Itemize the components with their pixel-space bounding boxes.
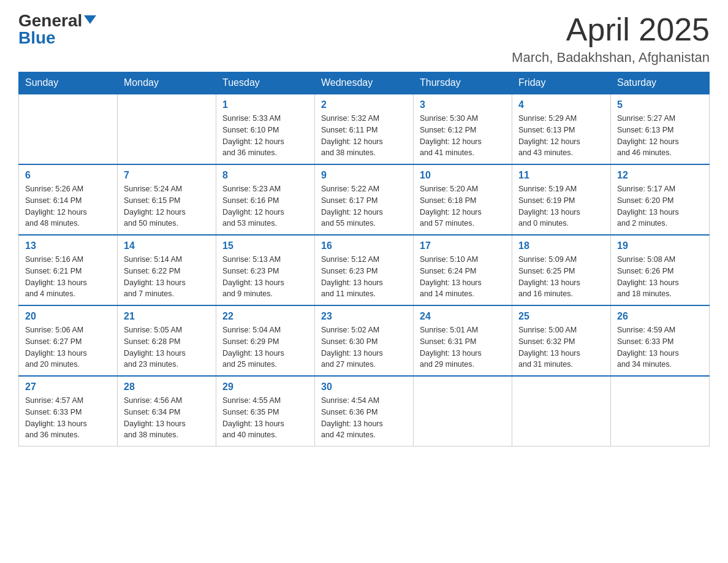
day-info: Sunrise: 5:22 AMSunset: 6:17 PMDaylight:… [321,183,407,229]
calendar-cell: 25Sunrise: 5:00 AMSunset: 6:32 PMDayligh… [512,305,611,376]
day-info: Sunrise: 5:27 AMSunset: 6:13 PMDaylight:… [617,113,703,159]
col-header-sunday: Sunday [19,72,118,94]
col-header-saturday: Saturday [611,72,710,94]
day-number: 22 [222,311,308,322]
calendar-cell: 2Sunrise: 5:32 AMSunset: 6:11 PMDaylight… [315,94,414,164]
day-info: Sunrise: 5:20 AMSunset: 6:18 PMDaylight:… [420,183,506,229]
day-info: Sunrise: 5:33 AMSunset: 6:10 PMDaylight:… [222,113,308,159]
calendar-cell: 3Sunrise: 5:30 AMSunset: 6:12 PMDaylight… [414,94,512,164]
week-row-2: 6Sunrise: 5:26 AMSunset: 6:14 PMDaylight… [19,164,710,235]
calendar-cell: 14Sunrise: 5:14 AMSunset: 6:22 PMDayligh… [118,235,216,305]
day-number: 10 [420,170,506,181]
day-info: Sunrise: 4:59 AMSunset: 6:33 PMDaylight:… [617,324,703,370]
day-number: 12 [617,170,703,181]
day-number: 11 [518,170,604,181]
logo-general-text: General [18,12,82,29]
day-number: 21 [124,311,210,322]
day-number: 25 [518,311,604,322]
title-block: April 2025 March, Badakhshan, Afghanista… [512,12,710,66]
day-info: Sunrise: 5:12 AMSunset: 6:23 PMDaylight:… [321,254,407,300]
day-number: 15 [222,240,308,251]
week-row-4: 20Sunrise: 5:06 AMSunset: 6:27 PMDayligh… [19,305,710,376]
day-number: 28 [124,381,210,393]
day-number: 4 [518,99,604,110]
calendar-cell: 5Sunrise: 5:27 AMSunset: 6:13 PMDaylight… [611,94,710,164]
day-number: 24 [420,311,506,322]
day-info: Sunrise: 5:04 AMSunset: 6:29 PMDaylight:… [222,324,308,370]
week-row-3: 13Sunrise: 5:16 AMSunset: 6:21 PMDayligh… [19,235,710,305]
day-info: Sunrise: 5:13 AMSunset: 6:23 PMDaylight:… [222,254,308,300]
calendar-cell: 27Sunrise: 4:57 AMSunset: 6:33 PMDayligh… [19,376,118,446]
location-title: March, Badakhshan, Afghanistan [512,50,710,66]
logo-triangle-icon [84,15,96,24]
day-info: Sunrise: 5:23 AMSunset: 6:16 PMDaylight:… [222,183,308,229]
calendar-cell: 30Sunrise: 4:54 AMSunset: 6:36 PMDayligh… [315,376,414,446]
day-info: Sunrise: 5:17 AMSunset: 6:20 PMDaylight:… [617,183,703,229]
day-number: 14 [124,240,210,251]
day-number: 30 [321,381,407,393]
col-header-monday: Monday [118,72,216,94]
day-number: 17 [420,240,506,251]
calendar-cell: 17Sunrise: 5:10 AMSunset: 6:24 PMDayligh… [414,235,512,305]
calendar-cell [118,94,216,164]
calendar-cell: 8Sunrise: 5:23 AMSunset: 6:16 PMDaylight… [216,164,315,235]
day-info: Sunrise: 5:09 AMSunset: 6:25 PMDaylight:… [518,254,604,300]
calendar-cell: 21Sunrise: 5:05 AMSunset: 6:28 PMDayligh… [118,305,216,376]
calendar-cell [611,376,710,446]
day-info: Sunrise: 5:00 AMSunset: 6:32 PMDaylight:… [518,324,604,370]
calendar-cell [512,376,611,446]
day-number: 20 [25,311,111,322]
calendar-cell: 28Sunrise: 4:56 AMSunset: 6:34 PMDayligh… [118,376,216,446]
calendar-cell: 19Sunrise: 5:08 AMSunset: 6:26 PMDayligh… [611,235,710,305]
day-info: Sunrise: 5:32 AMSunset: 6:11 PMDaylight:… [321,113,407,159]
day-info: Sunrise: 5:02 AMSunset: 6:30 PMDaylight:… [321,324,407,370]
day-number: 18 [518,240,604,251]
day-number: 26 [617,311,703,322]
day-info: Sunrise: 5:16 AMSunset: 6:21 PMDaylight:… [25,254,111,300]
calendar-cell: 4Sunrise: 5:29 AMSunset: 6:13 PMDaylight… [512,94,611,164]
day-number: 27 [25,381,111,393]
calendar-table: SundayMondayTuesdayWednesdayThursdayFrid… [18,72,710,446]
calendar-cell: 1Sunrise: 5:33 AMSunset: 6:10 PMDaylight… [216,94,315,164]
calendar-cell: 23Sunrise: 5:02 AMSunset: 6:30 PMDayligh… [315,305,414,376]
day-number: 1 [222,99,308,110]
day-info: Sunrise: 5:08 AMSunset: 6:26 PMDaylight:… [617,254,703,300]
day-info: Sunrise: 5:05 AMSunset: 6:28 PMDaylight:… [124,324,210,370]
day-info: Sunrise: 5:14 AMSunset: 6:22 PMDaylight:… [124,254,210,300]
day-info: Sunrise: 5:06 AMSunset: 6:27 PMDaylight:… [25,324,111,370]
col-header-thursday: Thursday [414,72,512,94]
col-header-friday: Friday [512,72,611,94]
calendar-cell: 7Sunrise: 5:24 AMSunset: 6:15 PMDaylight… [118,164,216,235]
day-number: 13 [25,240,111,251]
logo: General Blue [18,12,96,47]
calendar-cell: 18Sunrise: 5:09 AMSunset: 6:25 PMDayligh… [512,235,611,305]
calendar-cell: 6Sunrise: 5:26 AMSunset: 6:14 PMDaylight… [19,164,118,235]
calendar-cell: 13Sunrise: 5:16 AMSunset: 6:21 PMDayligh… [19,235,118,305]
calendar-cell: 29Sunrise: 4:55 AMSunset: 6:35 PMDayligh… [216,376,315,446]
calendar-cell: 26Sunrise: 4:59 AMSunset: 6:33 PMDayligh… [611,305,710,376]
logo-blue-text: Blue [18,29,56,47]
day-number: 2 [321,99,407,110]
day-info: Sunrise: 5:30 AMSunset: 6:12 PMDaylight:… [420,113,506,159]
calendar-cell: 20Sunrise: 5:06 AMSunset: 6:27 PMDayligh… [19,305,118,376]
day-number: 8 [222,170,308,181]
month-title: April 2025 [512,12,710,47]
page-header: General Blue April 2025 March, Badakhsha… [18,12,710,66]
day-info: Sunrise: 5:01 AMSunset: 6:31 PMDaylight:… [420,324,506,370]
day-number: 9 [321,170,407,181]
col-header-wednesday: Wednesday [315,72,414,94]
day-number: 16 [321,240,407,251]
day-number: 19 [617,240,703,251]
calendar-cell: 10Sunrise: 5:20 AMSunset: 6:18 PMDayligh… [414,164,512,235]
calendar-cell: 12Sunrise: 5:17 AMSunset: 6:20 PMDayligh… [611,164,710,235]
calendar-cell: 16Sunrise: 5:12 AMSunset: 6:23 PMDayligh… [315,235,414,305]
calendar-cell: 11Sunrise: 5:19 AMSunset: 6:19 PMDayligh… [512,164,611,235]
day-info: Sunrise: 4:57 AMSunset: 6:33 PMDaylight:… [25,395,111,441]
week-row-5: 27Sunrise: 4:57 AMSunset: 6:33 PMDayligh… [19,376,710,446]
day-number: 23 [321,311,407,322]
day-number: 3 [420,99,506,110]
day-info: Sunrise: 5:19 AMSunset: 6:19 PMDaylight:… [518,183,604,229]
day-number: 6 [25,170,111,181]
day-info: Sunrise: 4:55 AMSunset: 6:35 PMDaylight:… [222,395,308,441]
day-info: Sunrise: 5:29 AMSunset: 6:13 PMDaylight:… [518,113,604,159]
